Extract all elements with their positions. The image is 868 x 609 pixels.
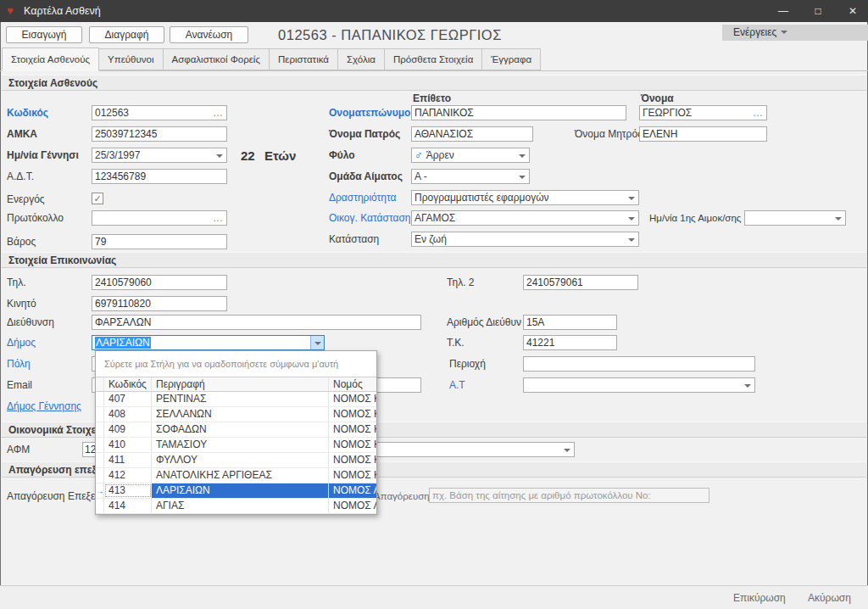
- grid-row[interactable]: 409ΣΟΦΑΔΩΝΝΟΜΟΣ ΚΑ: [96, 422, 376, 438]
- ellipsis-icon[interactable]: …: [213, 211, 224, 225]
- close-button[interactable]: ✕: [837, 0, 868, 22]
- amka-label: ΑΜΚΑ: [7, 126, 37, 142]
- chevron-down-icon[interactable]: [310, 336, 324, 349]
- ellipsis-icon[interactable]: …: [213, 106, 224, 120]
- at-combo[interactable]: [523, 377, 755, 393]
- onomateponymo-label: Ονοματεπώνυμο: [329, 105, 410, 120]
- tk-label: Τ.Κ.: [447, 335, 465, 350]
- onoma-patros-field[interactable]: [411, 126, 533, 142]
- column-header-perigrafi[interactable]: Περιγραφή: [152, 377, 329, 391]
- grid-row[interactable]: 408ΣΕΛΛΑΝΩΝΝΟΜΟΣ ΚΑ: [96, 407, 376, 422]
- grid-row[interactable]: 411ΦΥΛΛΟΥΝΟΜΟΣ ΚΑ: [96, 453, 376, 468]
- onoma-field[interactable]: ΓΕΩΡΓΙΟΣ…: [639, 105, 767, 120]
- age-unit: Ετών: [264, 148, 296, 163]
- chevron-down-icon[interactable]: [515, 170, 529, 183]
- poli-label[interactable]: Πόλη: [7, 356, 31, 372]
- window-title: Καρτέλα Ασθενή: [24, 5, 101, 17]
- dimos-label[interactable]: Δήμος: [7, 335, 36, 350]
- grid-row[interactable]: 414ΑΓΙΑΣΝΟΜΟΣ ΛΑ: [96, 499, 376, 514]
- energos-label: Ενεργός: [7, 192, 45, 207]
- dob-value: 25/3/1997: [95, 149, 140, 161]
- dimos-grid: Κωδικός Περιγραφή Νομός 407ΡΕΝΤΙΝΑΣΝΟΜΟΣ…: [96, 377, 376, 514]
- kinito-field[interactable]: [92, 296, 227, 311]
- til2-field[interactable]: [523, 275, 638, 290]
- drastiriotita-label[interactable]: Δραστηριότητα: [329, 190, 397, 205]
- dob-label: Ημ/νία Γέννησι: [7, 148, 79, 163]
- drastiriotita-value: Προγραμματιστές εφαρμογών: [415, 192, 549, 204]
- actions-menu-button[interactable]: Ενέργειες: [722, 25, 868, 41]
- katastasi-value: Εν ζωή: [415, 233, 447, 245]
- varos-field[interactable]: [92, 234, 227, 249]
- delete-button[interactable]: Διαγραφή: [89, 26, 164, 43]
- patient-header-title: 012563 - ΠΑΠΑΝΙΚΟΣ ΓΕΩΡΓΙΟΣ: [271, 27, 509, 43]
- aimok-combo[interactable]: [744, 210, 846, 226]
- finance-combo[interactable]: [376, 442, 575, 457]
- energos-checkbox[interactable]: ✓: [92, 193, 103, 204]
- dimos-gennisis-label[interactable]: Δήμος Γέννησης: [7, 399, 81, 414]
- cancel-button[interactable]: Ακύρωση: [808, 592, 851, 604]
- column-header-kodikos[interactable]: Κωδικός: [104, 377, 152, 391]
- til-field[interactable]: [92, 275, 227, 290]
- refresh-button[interactable]: Ανανέωση: [170, 26, 248, 43]
- chevron-down-icon[interactable]: [515, 148, 529, 162]
- grid-row[interactable]: 407ΡΕΝΤΙΝΑΣΝΟΜΟΣ ΚΑ: [96, 392, 376, 407]
- maximize-button[interactable]: □: [803, 0, 833, 22]
- onoma-value: ΓΕΩΡΓΙΟΣ: [643, 107, 692, 119]
- restriction-reason-field[interactable]: [429, 488, 709, 503]
- adt-field[interactable]: [92, 169, 227, 184]
- oikog-katastasi-combo[interactable]: ΑΓΑΜΟΣ: [411, 210, 639, 226]
- chevron-down-icon[interactable]: [560, 443, 574, 456]
- ellipsis-icon[interactable]: …: [753, 106, 764, 120]
- chevron-down-icon[interactable]: [625, 211, 638, 225]
- onoma-patros-label: Όνομα Πατρός: [329, 126, 400, 142]
- chevron-down-icon[interactable]: [213, 148, 226, 162]
- fylo-label: Φύλο: [329, 148, 355, 163]
- dimos-combo[interactable]: ΛΑΡΙΣΑΙΩΝ: [92, 335, 325, 350]
- drastiriotita-combo[interactable]: Προγραμματιστές εφαρμογών: [411, 190, 639, 205]
- tab-comments[interactable]: Σχόλια: [338, 48, 385, 70]
- katastasi-combo[interactable]: Εν ζωή: [411, 232, 639, 247]
- tab-insurance-carriers[interactable]: Ασφαλιστικοί Φορείς: [164, 48, 270, 70]
- epitheto-field[interactable]: [411, 105, 626, 120]
- afm-label: ΑΦΜ: [7, 442, 30, 457]
- chevron-down-icon[interactable]: [625, 232, 638, 246]
- chevron-down-icon[interactable]: [625, 191, 638, 204]
- arithmos-dieythynsis-field[interactable]: [523, 315, 617, 330]
- chevron-down-icon[interactable]: [832, 211, 845, 225]
- chevron-down-icon[interactable]: [741, 378, 754, 392]
- fylo-value: Άρρεν: [426, 149, 454, 161]
- minimize-button[interactable]: —: [768, 0, 798, 22]
- dob-combo[interactable]: 25/3/1997: [92, 148, 227, 163]
- age-value: 22: [241, 148, 255, 163]
- til-label: Τηλ.: [7, 275, 25, 290]
- grid-row[interactable]: 410ΤΑΜΑΣΙΟΥΝΟΜΟΣ ΚΑ: [96, 438, 376, 453]
- tab-extra-details[interactable]: Πρόσθετα Στοιχεία: [385, 48, 482, 70]
- grid-row-selected[interactable]: →413ΛΑΡΙΣΑΙΩΝΝΟΜΟΣ ΛΑ: [96, 483, 376, 499]
- tab-incidents[interactable]: Περιστατικά: [270, 48, 338, 70]
- varos-label: Βάρος: [7, 234, 36, 249]
- column-header-nomos[interactable]: Νομός: [329, 377, 376, 391]
- tab-patient-details[interactable]: Στοιχεία Ασθενούς: [2, 47, 99, 71]
- tk-field[interactable]: [523, 335, 617, 350]
- onoma-mitros-field[interactable]: [639, 126, 767, 142]
- tab-documents[interactable]: Έγγραφα: [482, 48, 541, 70]
- grid-row[interactable]: 412ΑΝΑΤΟΛΙΚΗΣ ΑΡΓΙΘΕΑΣΝΟΜΟΣ ΚΑ: [96, 468, 376, 483]
- perioxi-field[interactable]: [523, 356, 755, 372]
- confirm-button[interactable]: Επικύρωση: [733, 592, 786, 604]
- protokollo-field[interactable]: …: [92, 210, 227, 226]
- at-label[interactable]: Α.Τ: [449, 377, 465, 393]
- insert-button[interactable]: Εισαγωγή: [6, 26, 82, 43]
- dieythynsi-field[interactable]: [92, 315, 421, 330]
- app-heart-icon: ♥: [7, 4, 14, 17]
- tab-responsibles[interactable]: Υπεύθυνοι: [99, 48, 163, 70]
- protokollo-label: Πρωτόκολλο: [7, 210, 64, 226]
- oikog-katastasi-label[interactable]: Οικογ. Κατάσταση: [329, 210, 411, 226]
- chevron-down-icon: [781, 31, 787, 37]
- adt-label: Α.Δ.Τ.: [7, 169, 34, 184]
- maximize-icon: □: [815, 5, 821, 17]
- amka-field[interactable]: [92, 126, 227, 142]
- fylo-combo[interactable]: ♂Άρρεν: [411, 148, 530, 163]
- kodikos-field[interactable]: 012563…: [92, 105, 227, 120]
- selected-row-arrow-icon: →: [96, 486, 104, 495]
- omada-aimatos-combo[interactable]: Α -: [411, 169, 530, 184]
